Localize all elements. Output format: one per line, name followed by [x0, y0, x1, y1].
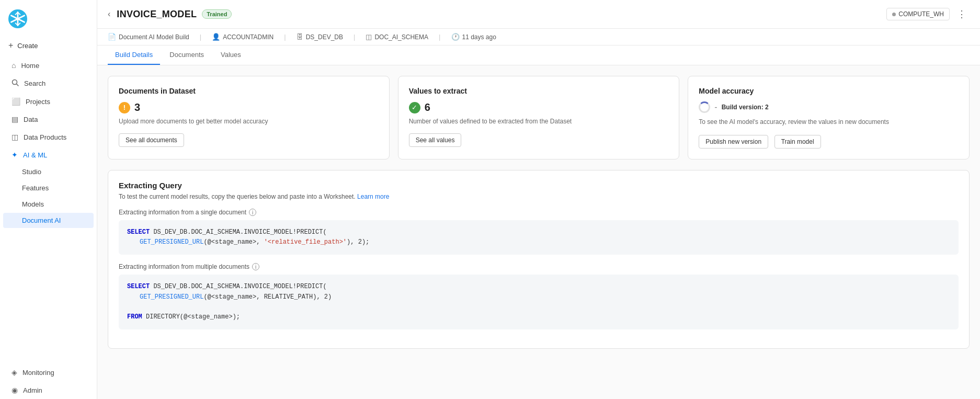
logo-container	[0, 4, 97, 37]
single-doc-code-block: SELECT DS_DEV_DB.DOC_AI_SCHEMA.INVOICE_M…	[119, 220, 959, 255]
sidebar-sub-item-studio[interactable]: Studio	[3, 164, 94, 179]
meta-bar: 📄 Document AI Model Build | 👤 ACCOUNTADM…	[97, 29, 980, 45]
ai-ml-icon: ✦	[12, 151, 18, 159]
learn-more-link[interactable]: Learn more	[357, 193, 389, 200]
db-icon: 🗄	[297, 33, 303, 41]
compute-label: COMPUTE_WH	[898, 10, 944, 18]
account-icon: 👤	[212, 33, 220, 41]
meta-schema: ◫ DOC_AI_SCHEMA	[366, 33, 428, 41]
values-card-desc: Number of values defined to be extracted…	[409, 118, 669, 125]
clock-icon: 🕐	[451, 33, 460, 41]
documents-card: Documents in Dataset ! 3 Upload more doc…	[108, 76, 390, 159]
tab-bar: Build Details Documents Values	[97, 45, 980, 65]
build-version-row: - Build version: 2	[699, 101, 959, 113]
code-string-1: '<relative_file_path>'	[264, 238, 347, 246]
meta-model-type: 📄 Document AI Model Build	[108, 33, 189, 41]
warning-icon: !	[119, 102, 130, 113]
home-icon: ⌂	[12, 61, 16, 70]
header-right: COMPUTE_WH ⋮	[886, 6, 970, 22]
tab-build-details[interactable]: Build Details	[108, 45, 160, 65]
sidebar-item-data-products[interactable]: ◫ Data Products	[3, 129, 94, 145]
data-products-icon: ◫	[12, 133, 18, 141]
schema-icon: ◫	[366, 33, 372, 41]
meta-time: 🕐 11 days ago	[451, 33, 496, 41]
values-card-title: Values to extract	[409, 87, 669, 95]
sidebar-sub-item-label: Models	[22, 200, 44, 208]
code-text-1: DS_DEV_DB.DOC_AI_SCHEMA.INVOICE_MODEL!PR…	[153, 229, 326, 236]
sidebar-sub-item-label: Features	[22, 184, 49, 192]
accuracy-buttons: Publish new version Train model	[699, 135, 959, 149]
admin-icon: ◉	[12, 386, 18, 394]
meta-account: 👤 ACCOUNTADMIN	[212, 33, 274, 41]
more-options-button[interactable]: ⋮	[954, 6, 970, 22]
trained-badge: Trained	[202, 9, 232, 19]
sidebar-item-home[interactable]: ⌂ Home	[3, 57, 94, 74]
section-desc-text: To test the current model results, copy …	[119, 193, 356, 200]
meta-label: 11 days ago	[462, 33, 496, 41]
multi-doc-info-icon[interactable]: i	[252, 263, 259, 270]
meta-database: 🗄 DS_DEV_DB	[297, 33, 343, 41]
train-model-button[interactable]: Train model	[774, 135, 821, 149]
sidebar-item-monitoring[interactable]: ◈ Monitoring	[3, 364, 94, 381]
code-line-4: GET_PRESIGNED_URL(@<stage_name>, RELATIV…	[127, 292, 950, 302]
section-title: Extracting Query	[119, 181, 959, 190]
sidebar-sub-item-label: Studio	[22, 168, 41, 176]
keyword-select-1: SELECT	[127, 229, 150, 236]
see-all-values-button[interactable]: See all values	[409, 133, 462, 147]
compute-status-dot	[892, 13, 896, 16]
meta-label: DS_DEV_DB	[306, 33, 343, 41]
sidebar-item-label: Monitoring	[22, 369, 54, 377]
tab-label: Values	[221, 51, 241, 59]
snowflake-logo	[8, 9, 27, 28]
meta-divider: |	[354, 33, 355, 41]
code-line-2: GET_PRESIGNED_URL(@<stage_name>, '<relat…	[127, 237, 950, 247]
build-dash: -	[714, 102, 717, 112]
code-text-3: DS_DEV_DB.DOC_AI_SCHEMA.INVOICE_MODEL!PR…	[153, 283, 326, 290]
meta-label: ACCOUNTADMIN	[223, 33, 274, 41]
sidebar-sub-item-label: Document AI	[22, 216, 61, 224]
svg-line-9	[17, 84, 19, 86]
sidebar-item-ai-ml[interactable]: ✦ AI & ML	[3, 146, 94, 163]
compute-badge[interactable]: COMPUTE_WH	[886, 8, 950, 20]
main-content: ‹ INVOICE_MODEL Trained COMPUTE_WH ⋮ 📄 D…	[97, 0, 980, 399]
page-title: INVOICE_MODEL	[117, 9, 197, 20]
document-icon: 📄	[108, 33, 116, 41]
multi-doc-label: Extracting information from multiple doc…	[119, 263, 959, 270]
sidebar-sub-item-models[interactable]: Models	[3, 197, 94, 212]
tab-documents[interactable]: Documents	[162, 45, 211, 65]
documents-card-desc: Upload more documents to get better mode…	[119, 118, 379, 125]
sidebar-item-admin[interactable]: ◉ Admin	[3, 382, 94, 398]
create-button[interactable]: + Create	[0, 37, 97, 54]
sidebar-item-label: Search	[24, 79, 45, 87]
create-label: Create	[17, 42, 38, 50]
page-header: ‹ INVOICE_MODEL Trained COMPUTE_WH ⋮	[97, 0, 980, 29]
sidebar-item-data[interactable]: ▤ Data	[3, 111, 94, 128]
build-version-label: Build version: 2	[722, 104, 769, 111]
single-doc-label: Extracting information from a single doc…	[119, 209, 959, 216]
single-doc-info-icon[interactable]: i	[249, 209, 256, 216]
see-all-documents-button[interactable]: See all documents	[119, 133, 184, 147]
accuracy-card-title: Model accuracy	[699, 87, 959, 95]
sidebar-item-search[interactable]: Search	[3, 75, 94, 92]
multi-doc-code-block: SELECT DS_DEV_DB.DOC_AI_SCHEMA.INVOICE_M…	[119, 275, 959, 329]
extracting-query-section: Extracting Query To test the current mod…	[108, 170, 970, 349]
tab-label: Build Details	[115, 51, 153, 59]
sidebar-item-projects[interactable]: ⬜ Projects	[3, 93, 94, 110]
accuracy-card: Model accuracy - Build version: 2 To see…	[688, 76, 970, 159]
keyword-from: FROM	[127, 313, 142, 321]
documents-count-row: ! 3	[119, 101, 379, 113]
multi-doc-label-text: Extracting information from multiple doc…	[119, 263, 249, 270]
sidebar-item-label: Admin	[23, 386, 42, 394]
data-icon: ▤	[12, 115, 18, 123]
publish-new-version-button[interactable]: Publish new version	[699, 135, 768, 149]
documents-card-title: Documents in Dataset	[119, 87, 379, 95]
sidebar: + Create ⌂ Home Search ⬜ Projects ▤ Data…	[0, 0, 97, 399]
accuracy-card-desc: To see the AI model's accuracy, review t…	[699, 117, 959, 127]
back-button[interactable]: ‹	[108, 9, 110, 19]
sidebar-sub-item-document-ai[interactable]: Document AI	[3, 213, 94, 228]
code-function-2: GET_PRESIGNED_URL	[140, 293, 203, 301]
tab-values[interactable]: Values	[213, 45, 248, 65]
sidebar-sub-item-features[interactable]: Features	[3, 180, 94, 196]
meta-divider: |	[200, 33, 201, 41]
sidebar-item-label: Home	[21, 62, 39, 70]
